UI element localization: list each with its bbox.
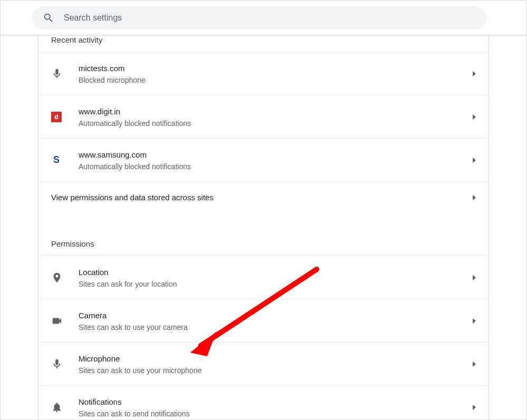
- site-subtitle: Automatically blocked notifications: [79, 119, 473, 128]
- recent-item-digit[interactable]: d www.digit.in Automatically blocked not…: [38, 95, 489, 138]
- search-input[interactable]: [64, 13, 476, 23]
- site-title: www.digit.in: [79, 106, 473, 117]
- chevron-right-icon: [473, 158, 476, 163]
- permission-title: Microphone: [79, 353, 473, 364]
- mic-icon: [51, 68, 63, 80]
- settings-card: Recent activity mictests.com Blocked mic…: [38, 35, 489, 419]
- recent-item-mictests[interactable]: mictests.com Blocked microphone: [38, 52, 489, 95]
- permission-subtitle: Sites can ask to use your microphone: [79, 366, 473, 375]
- view-all-permissions[interactable]: View permissions and data stored across …: [38, 181, 489, 213]
- permission-subtitle: Sites can ask for your location: [79, 280, 473, 288]
- view-all-label: View permissions and data stored across …: [51, 192, 473, 203]
- site-title: mictests.com: [79, 63, 473, 74]
- search-header: [1, 1, 526, 35]
- microphone-icon: [51, 358, 63, 370]
- site-subtitle: Blocked microphone: [79, 76, 473, 84]
- permission-title: Notifications: [79, 396, 473, 407]
- permission-location[interactable]: Location Sites can ask for your location: [38, 256, 489, 299]
- chevron-right-icon: [473, 405, 476, 410]
- permission-title: Camera: [79, 310, 473, 321]
- chevron-right-icon: [473, 195, 476, 200]
- site-favicon-mic: [51, 68, 79, 80]
- recent-item-samsung[interactable]: S www.samsung.com Automatically blocked …: [38, 138, 489, 181]
- chevron-right-icon: [473, 318, 476, 324]
- site-favicon-s: S: [51, 155, 62, 165]
- permission-camera[interactable]: Camera Sites can ask to use your camera: [38, 299, 489, 342]
- search-box[interactable]: [32, 6, 486, 30]
- location-icon: [51, 272, 63, 284]
- chevron-right-icon: [473, 71, 476, 76]
- permission-subtitle: Sites can ask to use your camera: [79, 323, 473, 331]
- chevron-right-icon: [473, 275, 476, 280]
- site-favicon-d: d: [51, 112, 62, 122]
- permission-subtitle: Sites can ask to send notifications: [79, 409, 473, 418]
- camera-icon: [51, 315, 63, 327]
- site-subtitle: Automatically blocked notifications: [79, 162, 473, 171]
- permission-notifications[interactable]: Notifications Sites can ask to send noti…: [38, 385, 489, 419]
- recent-activity-heading: Recent activity: [38, 35, 489, 52]
- permission-title: Location: [79, 267, 473, 278]
- bell-icon: [51, 402, 63, 413]
- chevron-right-icon: [473, 114, 476, 120]
- site-title: www.samsung.com: [79, 149, 473, 160]
- search-icon: [43, 12, 54, 24]
- settings-content: Recent activity mictests.com Blocked mic…: [1, 35, 526, 419]
- permission-microphone[interactable]: Microphone Sites can ask to use your mic…: [38, 342, 489, 385]
- chevron-right-icon: [473, 362, 476, 367]
- permissions-heading: Permissions: [38, 234, 489, 256]
